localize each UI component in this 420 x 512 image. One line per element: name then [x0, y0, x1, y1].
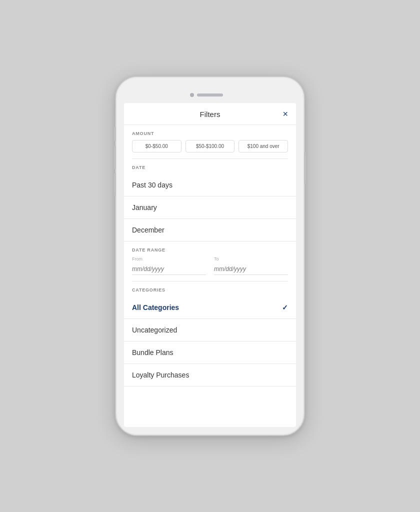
- amount-button-50-100[interactable]: $50-$100.00: [186, 140, 235, 152]
- speaker-icon: [197, 94, 223, 96]
- power-button: [304, 152, 306, 184]
- phone-frame: Filters × AMOUNT $0-$50.00 $50-$100.00 $…: [115, 76, 305, 436]
- category-item-all[interactable]: All Categories ✓: [124, 296, 296, 319]
- amount-button-0-50[interactable]: $0-$50.00: [132, 140, 182, 152]
- phone-screen: Filters × AMOUNT $0-$50.00 $50-$100.00 $…: [124, 103, 296, 427]
- date-range-section-label: DATE RANGE: [124, 242, 296, 256]
- to-date-field: To: [214, 256, 288, 275]
- category-item-bundle-label: Bundle Plans: [132, 348, 174, 356]
- category-item-loyalty[interactable]: Loyalty Purchases: [124, 364, 296, 386]
- modal-title: Filters: [200, 110, 220, 118]
- date-range-row: From To: [124, 256, 296, 281]
- camera-icon: [190, 93, 194, 97]
- close-button[interactable]: ×: [282, 108, 288, 119]
- category-item-uncategorized[interactable]: Uncategorized: [124, 319, 296, 342]
- date-item-january[interactable]: January: [124, 196, 296, 219]
- from-label: From: [132, 256, 206, 262]
- date-section-label: DATE: [124, 159, 296, 174]
- modal-content: AMOUNT $0-$50.00 $50-$100.00 $100 and ov…: [124, 125, 296, 427]
- checkmark-icon: ✓: [282, 304, 288, 312]
- date-item-january-label: January: [132, 204, 157, 212]
- from-date-input[interactable]: [132, 264, 206, 275]
- date-item-past30[interactable]: Past 30 days: [124, 174, 296, 196]
- modal-header: Filters ×: [124, 103, 296, 125]
- date-item-december-label: December: [132, 226, 164, 234]
- category-item-loyalty-label: Loyalty Purchases: [132, 371, 189, 379]
- volume-up-button: [114, 146, 116, 169]
- from-date-field: From: [132, 256, 206, 275]
- category-item-bundle[interactable]: Bundle Plans: [124, 342, 296, 364]
- category-item-uncategorized-label: Uncategorized: [132, 326, 177, 334]
- date-item-past30-label: Past 30 days: [132, 181, 172, 189]
- amount-section-label: AMOUNT: [124, 125, 296, 140]
- categories-section-label: CATEGORIES: [124, 282, 296, 296]
- mute-button: [114, 127, 116, 141]
- phone-top-bar: [120, 87, 300, 103]
- to-label: To: [214, 256, 288, 262]
- to-date-input[interactable]: [214, 264, 288, 275]
- amount-buttons-row: $0-$50.00 $50-$100.00 $100 and over: [124, 140, 296, 158]
- category-item-all-label: All Categories: [132, 304, 179, 312]
- amount-button-100-over[interactable]: $100 and over: [238, 140, 288, 152]
- date-item-december[interactable]: December: [124, 219, 296, 242]
- volume-down-button: [114, 173, 116, 196]
